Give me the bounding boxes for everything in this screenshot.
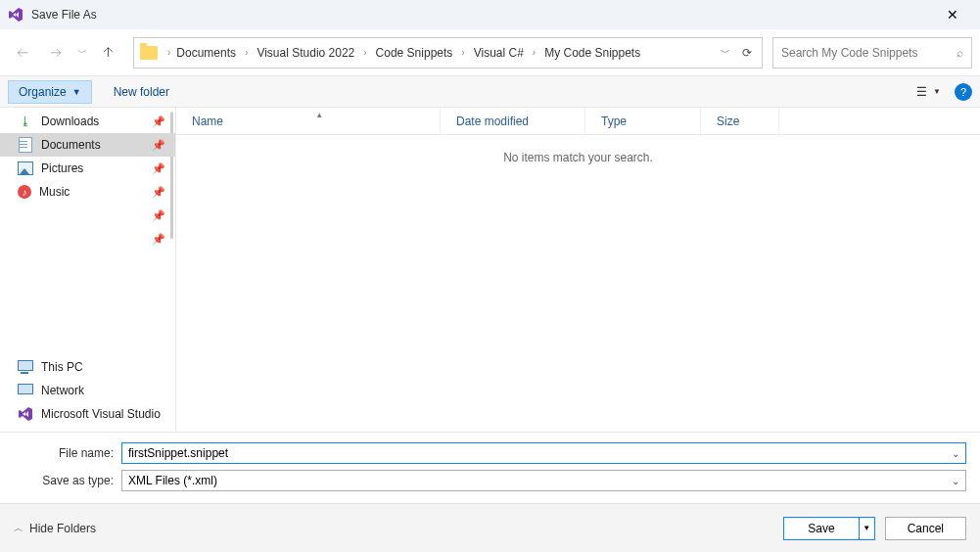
savetype-value: XML Files (*.xml) [128, 474, 946, 487]
breadcrumb-item[interactable]: Documents [172, 44, 240, 62]
breadcrumb: Documents› Visual Studio 2022› Code Snip… [172, 44, 721, 62]
column-header-date[interactable]: Date modified [441, 108, 585, 134]
sidebar-item-music[interactable]: ♪ Music 📌 [0, 180, 175, 204]
organize-label: Organize [19, 85, 67, 99]
sidebar-item-downloads[interactable]: ⭳ Downloads 📌 [0, 110, 175, 133]
save-button-dropdown[interactable]: ▼ [859, 518, 874, 539]
help-button[interactable]: ? [955, 83, 972, 101]
filename-field[interactable]: ⌄ [121, 442, 966, 464]
organize-button[interactable]: Organize ▼ [8, 80, 92, 104]
title-bar: Save File As ✕ [0, 0, 980, 29]
breadcrumb-item[interactable]: Code Snippets [372, 44, 457, 62]
network-icon [18, 383, 33, 398]
address-dropdown[interactable]: ﹀ [721, 46, 730, 60]
sort-indicator: ▴ [317, 110, 322, 119]
save-button[interactable]: Save ▼ [783, 517, 874, 540]
chevron-right-icon[interactable]: › [531, 47, 537, 58]
nav-recent-dropdown[interactable]: ﹀ [74, 38, 90, 68]
column-headers: Name▴ Date modified Type Size [176, 108, 980, 135]
empty-message: No items match your search. [176, 135, 980, 180]
nav-forward-button[interactable]: 🡢 [41, 38, 70, 68]
sidebar-item-pictures[interactable]: Pictures 📌 [0, 157, 175, 180]
visual-studio-icon [18, 406, 33, 422]
refresh-button[interactable]: ⟳ [742, 46, 752, 60]
pin-icon[interactable]: 📌 [152, 115, 165, 128]
chevron-up-icon: ︿ [14, 522, 23, 535]
sidebar: ⭳ Downloads 📌 Documents 📌 Pictures 📌 ♪ M… [0, 108, 176, 432]
document-icon [18, 137, 33, 153]
new-folder-button[interactable]: New folder [114, 85, 169, 99]
hide-folders-button[interactable]: ︿ Hide Folders [14, 522, 96, 535]
footer: ︿ Hide Folders Save ▼ Cancel [0, 503, 980, 552]
chevron-down-icon: ▼ [72, 87, 81, 97]
search-icon[interactable]: ⌕ [957, 46, 963, 60]
column-header-size[interactable]: Size [701, 108, 779, 134]
column-header-name[interactable]: Name▴ [176, 108, 441, 134]
pin-icon[interactable]: 📌 [152, 139, 165, 152]
sidebar-item-label: Pictures [41, 161, 83, 175]
search-box[interactable]: ⌕ [772, 37, 972, 69]
nav-back-button[interactable]: 🡠 [8, 38, 37, 68]
navigation-row: 🡠 🡢 ﹀ 🡡 › Documents› Visual Studio 2022›… [0, 29, 980, 76]
sidebar-item-network[interactable]: Network [0, 379, 175, 402]
close-button[interactable]: ✕ [933, 0, 972, 29]
sidebar-item-pinned[interactable]: 📌 [0, 204, 175, 227]
breadcrumb-item[interactable]: Visual C# [470, 44, 528, 62]
cancel-button[interactable]: Cancel [885, 517, 966, 540]
save-button-label: Save [784, 518, 858, 539]
save-form: File name: ⌄ Save as type: XML Files (*.… [0, 432, 980, 503]
chevron-right-icon[interactable]: › [459, 47, 466, 58]
column-header-type[interactable]: Type [585, 108, 701, 134]
folder-icon [140, 46, 158, 60]
pin-icon[interactable]: 📌 [152, 162, 165, 175]
breadcrumb-item[interactable]: Visual Studio 2022 [253, 44, 358, 62]
savetype-label: Save as type: [14, 474, 121, 487]
pictures-icon [18, 161, 33, 176]
sidebar-item-pinned[interactable]: 📌 [0, 227, 175, 251]
music-icon: ♪ [18, 185, 31, 199]
pin-icon[interactable]: 📌 [152, 209, 165, 222]
sidebar-item-msvs[interactable]: Microsoft Visual Studio [0, 402, 175, 426]
savetype-dropdown[interactable]: ⌄ [946, 476, 959, 486]
sidebar-item-this-pc[interactable]: This PC [0, 355, 175, 379]
chevron-right-icon[interactable]: › [243, 47, 250, 58]
window-title: Save File As [31, 8, 933, 22]
chevron-down-icon: ▼ [933, 87, 941, 96]
nav-up-button[interactable]: 🡡 [94, 38, 123, 68]
sidebar-item-label: Music [39, 185, 70, 199]
search-input[interactable] [781, 46, 951, 60]
pc-icon [18, 359, 33, 375]
sidebar-item-documents[interactable]: Documents 📌 [0, 133, 175, 157]
filename-dropdown[interactable]: ⌄ [946, 448, 959, 459]
chevron-right-icon[interactable]: › [361, 47, 368, 58]
visual-studio-icon [8, 7, 23, 23]
pin-icon[interactable]: 📌 [152, 186, 165, 199]
list-view-icon: ☰ [916, 85, 927, 99]
main-area: ⭳ Downloads 📌 Documents 📌 Pictures 📌 ♪ M… [0, 108, 980, 432]
download-icon: ⭳ [18, 114, 33, 129]
savetype-field[interactable]: XML Files (*.xml) ⌄ [121, 470, 966, 491]
filename-input[interactable] [128, 446, 946, 460]
pin-icon[interactable]: 📌 [152, 233, 165, 246]
breadcrumb-item[interactable]: My Code Snippets [540, 44, 644, 62]
address-bar[interactable]: › Documents› Visual Studio 2022› Code Sn… [133, 37, 763, 69]
view-options-button[interactable]: ☰ ▼ [916, 85, 941, 99]
sidebar-item-label: This PC [41, 360, 83, 374]
sidebar-item-label: Microsoft Visual Studio [41, 407, 161, 421]
toolbar: Organize ▼ New folder ☰ ▼ ? [0, 76, 980, 108]
chevron-right-icon[interactable]: › [165, 47, 172, 58]
hide-folders-label: Hide Folders [29, 522, 96, 535]
sidebar-item-label: Documents [41, 138, 101, 152]
filename-label: File name: [14, 446, 121, 460]
file-list: Name▴ Date modified Type Size No items m… [176, 108, 980, 432]
sidebar-item-label: Downloads [41, 115, 99, 128]
sidebar-item-label: Network [41, 384, 84, 397]
